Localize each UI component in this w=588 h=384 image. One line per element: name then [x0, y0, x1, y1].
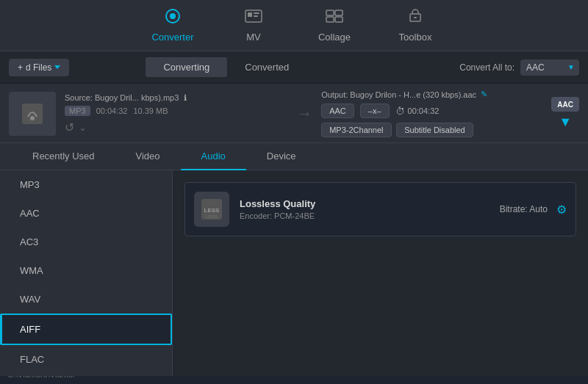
svg-point-1 — [170, 13, 176, 19]
format-content: MP3 AAC AC3 WMA WAV AIFF FLAC — [0, 170, 588, 376]
convert-all-section: Convert All to: AAC MP3 WAV FLAC ▼ — [459, 59, 579, 76]
format-main: LESS LESS Lossless Quality Encoder: PCM-… — [173, 170, 588, 376]
output-section: Output: Bugoy Drilon - H...e (320 kbps).… — [321, 90, 544, 137]
add-files-button[interactable]: + d Files — [9, 59, 69, 76]
channel-selector[interactable]: MP3-2Channel — [321, 123, 392, 137]
format-select-wrapper: AAC MP3 WAV FLAC ▼ — [520, 59, 579, 76]
svg-rect-9 — [335, 17, 343, 22]
file-duration: 00:04:32 — [96, 106, 128, 115]
converter-icon — [163, 8, 182, 29]
format-encoder: Encoder: PCM-24BE — [240, 211, 500, 220]
add-icon: + — [18, 62, 23, 73]
svg-rect-6 — [326, 10, 334, 15]
output-settings: AAC –x– ⏱ 00:04:32 — [321, 104, 544, 118]
top-navigation: Converter MV Collage — [0, 0, 588, 51]
file-format-badge: MP3 — [65, 106, 90, 116]
output-time-display: ⏱ 00:04:32 — [395, 106, 440, 117]
sidebar-item-flac[interactable]: FLAC — [0, 345, 172, 374]
nav-mv-label: MV — [246, 32, 261, 43]
collage-icon — [325, 8, 344, 29]
output-label: Output: Bugoy Drilon - H...e (320 kbps).… — [321, 90, 544, 99]
rewind-button[interactable]: ↺ — [65, 120, 74, 134]
info-icon[interactable]: ℹ — [184, 93, 187, 102]
dropdown-arrow-button[interactable]: ▼ — [559, 115, 572, 130]
aac-badge[interactable]: AAC — [551, 97, 579, 112]
toolbar: + d Files Converting Converted Convert A… — [0, 51, 588, 84]
arrow-right-icon: → — [296, 104, 312, 123]
tab-converting[interactable]: Converting — [146, 57, 227, 77]
sidebar-item-aac[interactable]: AAC — [0, 199, 172, 228]
output-format-pill: AAC — [321, 104, 354, 118]
format-tab-audio[interactable]: Audio — [181, 143, 246, 170]
convert-all-label: Convert All to: — [459, 62, 514, 73]
format-option-lossless[interactable]: LESS LESS Lossless Quality Encoder: PCM-… — [184, 182, 576, 236]
nav-toolbox-label: Toolbox — [399, 32, 432, 43]
format-sidebar: MP3 AAC AC3 WMA WAV AIFF FLAC — [0, 170, 173, 376]
nav-collage-label: Collage — [318, 32, 351, 43]
format-quality-name: Lossless Quality — [240, 198, 500, 209]
file-thumbnail — [9, 92, 56, 136]
file-action-buttons: AAC ▼ — [551, 97, 579, 130]
sidebar-item-ac3[interactable]: AC3 — [0, 228, 172, 256]
mv-icon — [244, 8, 263, 29]
svg-rect-4 — [254, 12, 259, 14]
toolbox-icon — [406, 8, 425, 29]
sidebar-item-wma[interactable]: WMA — [0, 256, 172, 285]
svg-rect-11 — [414, 17, 417, 18]
edit-output-icon[interactable]: ✎ — [481, 90, 487, 99]
nav-collage[interactable]: Collage — [294, 0, 375, 51]
svg-text:LESS: LESS — [206, 214, 217, 219]
output-dropdowns: MP3-2Channel Subtitle Disabled — [321, 123, 544, 137]
svg-rect-7 — [335, 10, 343, 15]
svg-rect-5 — [254, 15, 258, 17]
format-tabs: Recently Used Video Audio Device — [0, 143, 588, 170]
svg-rect-8 — [326, 17, 334, 22]
format-tab-recently-used[interactable]: Recently Used — [12, 143, 115, 170]
file-info-section: Source: Bugoy Dril... kbps).mp3 ℹ MP3 00… — [65, 93, 287, 134]
nav-converter[interactable]: Converter — [132, 0, 213, 51]
format-details: Lossless Quality Encoder: PCM-24BE — [240, 198, 500, 220]
channel-select[interactable]: MP3-2Channel — [329, 126, 384, 134]
sidebar-item-wav[interactable]: WAV — [0, 285, 172, 314]
format-tab-device[interactable]: Device — [246, 143, 317, 170]
svg-rect-3 — [248, 12, 252, 17]
format-panel: Recently Used Video Audio Device MP3 AAC… — [0, 142, 588, 376]
nav-mv[interactable]: MV — [213, 0, 294, 51]
svg-point-13 — [30, 116, 35, 120]
svg-rect-12 — [22, 104, 43, 124]
format-bitrate: Bitrate: Auto — [500, 204, 548, 214]
file-actions: ↺ ⌄ — [65, 120, 287, 134]
file-item-row: Source: Bugoy Dril... kbps).mp3 ℹ MP3 00… — [0, 84, 588, 144]
file-meta: MP3 00:04:32 10.39 MB — [65, 106, 287, 116]
nav-converter-label: Converter — [151, 32, 193, 43]
sidebar-item-aiff[interactable]: AIFF — [0, 314, 172, 345]
sidebar-item-mp3[interactable]: MP3 — [0, 170, 172, 199]
tab-converted[interactable]: Converted — [227, 57, 306, 77]
tab-group: Converting Converted — [146, 57, 306, 77]
file-size: 10.39 MB — [133, 106, 168, 115]
format-tab-video[interactable]: Video — [115, 143, 181, 170]
lossless-icon-box: LESS LESS — [194, 192, 229, 227]
more-button[interactable]: ⌄ — [79, 120, 87, 134]
files-dropdown-arrow — [54, 65, 60, 69]
svg-text:LESS: LESS — [204, 207, 220, 214]
output-settings1-pill: –x– — [360, 104, 390, 118]
files-btn-label: d Files — [26, 62, 51, 73]
subtitle-selector[interactable]: Subtitle Disabled — [396, 123, 473, 137]
file-source: Source: Bugoy Dril... kbps).mp3 ℹ — [65, 93, 287, 103]
nav-toolbox[interactable]: Toolbox — [375, 0, 456, 51]
subtitle-select[interactable]: Subtitle Disabled — [404, 126, 465, 134]
format-select[interactable]: AAC MP3 WAV FLAC — [520, 59, 579, 76]
settings-gear-icon[interactable]: ⚙ — [556, 203, 567, 217]
